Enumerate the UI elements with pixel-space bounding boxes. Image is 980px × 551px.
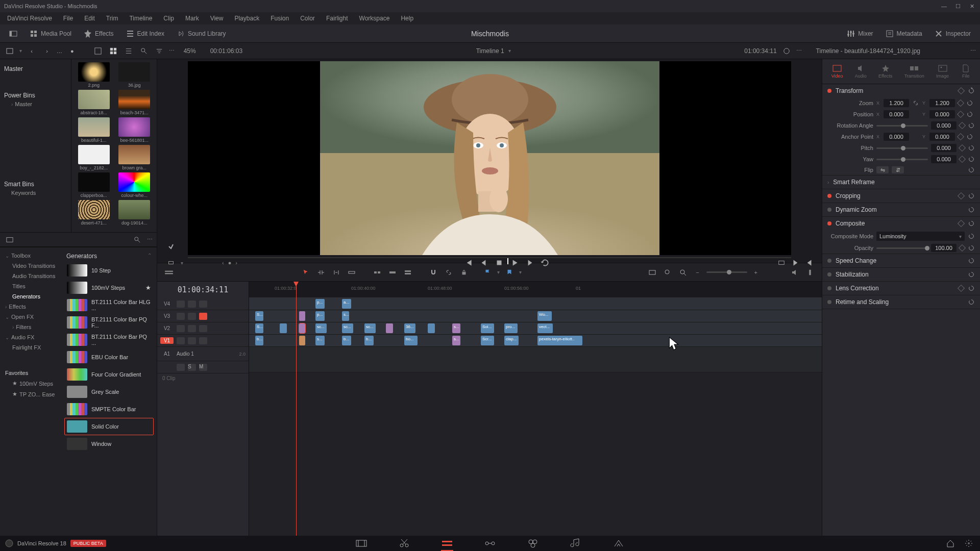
dynamic-zoom-enable-icon[interactable] (827, 208, 831, 212)
next-edit-icon[interactable]: › (235, 260, 237, 266)
menu-help[interactable]: Help (396, 13, 419, 23)
stop-icon[interactable] (495, 258, 504, 267)
media-thumb[interactable]: beach-3471... (115, 90, 154, 115)
reset-icon[interactable] (968, 298, 975, 306)
lens-enable-icon[interactable] (827, 286, 831, 290)
cropping-header[interactable]: Cropping (822, 189, 980, 203)
fx-search-icon[interactable] (132, 234, 143, 245)
power-bins[interactable]: Power Bins (4, 90, 67, 101)
generator-item[interactable]: Grey Scale (64, 383, 154, 400)
effects-item[interactable]: ›Effects (0, 302, 61, 312)
composite-enable-icon[interactable] (827, 221, 831, 226)
reset-icon[interactable] (968, 144, 975, 152)
titles-item[interactable]: Titles (0, 281, 61, 291)
timeline-playhead[interactable] (296, 282, 297, 536)
media-pool-button[interactable]: Media Pool (24, 27, 77, 41)
media-thumb[interactable]: brown gra... (115, 145, 154, 170)
fairlight-page-icon[interactable] (570, 538, 582, 548)
clip[interactable]: p... (315, 299, 325, 309)
clip[interactable]: b... (255, 336, 263, 345)
reset-icon[interactable] (968, 220, 975, 227)
clip[interactable] (299, 311, 305, 321)
clip[interactable]: s... (315, 336, 325, 345)
clip[interactable]: clap... (504, 336, 519, 345)
transform-header[interactable]: Transform (822, 84, 980, 97)
reset-icon[interactable] (968, 244, 975, 252)
tab-transition[interactable]: Transition (902, 62, 926, 81)
transform-enable-icon[interactable] (827, 89, 831, 93)
stabilization-header[interactable]: Stabilization (822, 268, 980, 281)
edit-page-icon[interactable] (441, 538, 453, 548)
fairlightfx-item[interactable]: Fairlight FX (0, 342, 61, 353)
yaw-input[interactable] (931, 155, 957, 163)
goto-end-icon[interactable] (804, 258, 814, 267)
clip[interactable] (428, 323, 435, 333)
auto-v4[interactable] (188, 300, 196, 308)
keyframe-icon[interactable] (957, 133, 964, 140)
media-thumb[interactable]: abstract-18... (75, 90, 113, 115)
audio-transitions-item[interactable]: Audio Transitions (0, 271, 61, 281)
generator-item[interactable]: EBU Color Bar (64, 348, 154, 366)
play-icon[interactable] (510, 258, 519, 267)
reset-icon[interactable] (968, 285, 975, 292)
keyframe-icon[interactable] (957, 99, 964, 107)
zoom-x-input[interactable] (884, 99, 909, 107)
timeline-timecode[interactable]: 01:00:34:11 (157, 282, 249, 298)
reset-icon[interactable] (966, 99, 973, 107)
lock-v2[interactable] (177, 325, 185, 332)
in-out-icon[interactable] (165, 257, 177, 268)
enable-v3[interactable] (199, 313, 207, 320)
zoom-level[interactable]: 45% (184, 47, 196, 55)
clip[interactable]: b... (342, 336, 351, 345)
track-a1[interactable] (249, 347, 822, 372)
effects-button[interactable]: Effects (79, 27, 118, 41)
opacity-slider[interactable] (876, 247, 928, 249)
tab-audio[interactable]: Audio (853, 62, 869, 81)
track-a1-controls[interactable]: SM (157, 361, 249, 373)
cropping-enable-icon[interactable] (827, 194, 831, 198)
edit-index-button[interactable]: Edit Index (121, 27, 169, 41)
clip[interactable]: s... (452, 323, 460, 333)
prev-edit-icon[interactable]: ‹ (222, 260, 224, 266)
menu-mark[interactable]: Mark (180, 13, 204, 23)
zoom-slider[interactable] (706, 271, 747, 273)
power-master[interactable]: ›Master (4, 101, 67, 107)
reset-icon[interactable] (968, 271, 975, 278)
favorite-2[interactable]: ★ TP ZO... Ease (0, 389, 61, 399)
generator-item[interactable]: BT.2111 Color Bar HLG ... (64, 296, 154, 314)
deliver-page-icon[interactable] (612, 538, 625, 548)
ellipsis-icon[interactable]: … (57, 48, 62, 54)
media-thumb[interactable]: bee-561801... (115, 117, 154, 143)
chevron-down-icon[interactable]: ▾ (19, 48, 22, 54)
inspector-more-icon[interactable]: ⋯ (970, 47, 976, 54)
video-transitions-item[interactable]: Video Transitions (0, 261, 61, 271)
clip[interactable]: bo... (404, 336, 418, 345)
view-list-icon[interactable] (123, 45, 134, 57)
menu-view[interactable]: View (205, 13, 229, 23)
master-bin[interactable]: Master (4, 63, 67, 74)
flip-v-icon[interactable]: ⇵ (892, 166, 904, 173)
keyframe-icon[interactable] (958, 87, 965, 94)
media-thumb[interactable]: dog-19014... (115, 200, 154, 226)
minimize-button[interactable]: — (941, 3, 947, 9)
render-cache-icon[interactable] (781, 45, 792, 57)
lens-header[interactable]: Lens Correction (822, 282, 980, 295)
first-frame-icon[interactable] (464, 258, 473, 267)
menu-davinci[interactable]: DaVinci Resolve (2, 13, 57, 23)
mixer-button[interactable]: Mixer (842, 27, 878, 41)
track-a1-header[interactable]: A1Audio 12.0 (157, 347, 249, 361)
sound-library-button[interactable]: Sound Library (172, 27, 231, 41)
menu-timeline[interactable]: Timeline (124, 13, 157, 23)
menu-workspace[interactable]: Workspace (354, 13, 395, 23)
timecode-2[interactable]: 01:00:34:11 (744, 47, 776, 55)
menu-fusion[interactable]: Fusion (265, 13, 294, 23)
keyframe-icon[interactable] (958, 285, 965, 292)
anchor-y-input[interactable] (929, 133, 955, 141)
tab-file[interactable]: File (959, 62, 973, 81)
lock-v3[interactable] (177, 313, 185, 320)
keyframe-icon[interactable] (959, 244, 966, 252)
zoom-y-input[interactable] (929, 99, 955, 107)
menu-color[interactable]: Color (295, 13, 320, 23)
track-v2[interactable]: S... sc... sc... sc... 36... s... Sol...… (249, 322, 822, 335)
rotation-input[interactable] (931, 121, 957, 130)
